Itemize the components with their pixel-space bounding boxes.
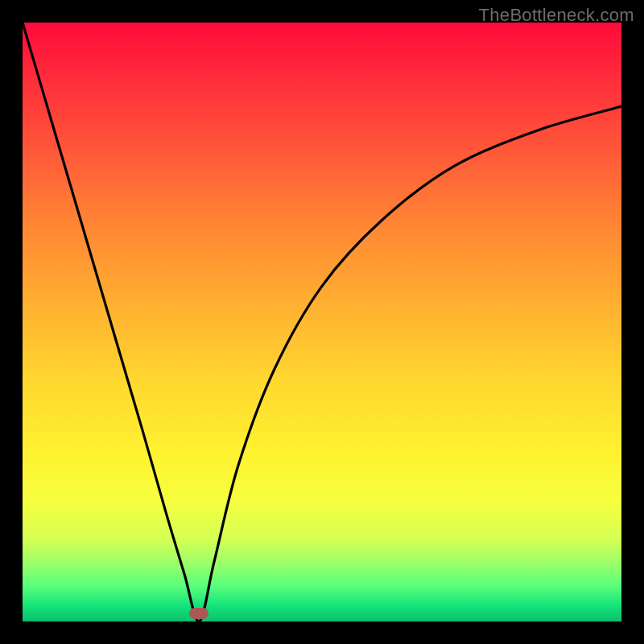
bottleneck-curve <box>23 23 621 621</box>
optimum-marker <box>189 608 208 619</box>
chart-plot-area <box>23 23 621 621</box>
watermark-text: TheBottleneck.com <box>479 5 634 26</box>
